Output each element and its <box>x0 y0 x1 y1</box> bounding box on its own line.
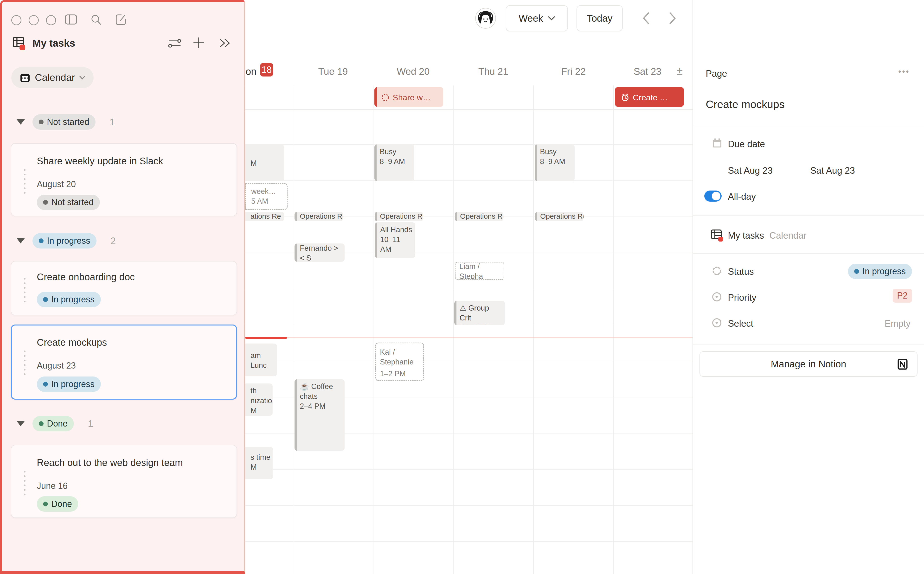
event-line2: nizatio… <box>251 396 270 405</box>
event-operations-wed[interactable]: Operations Re <box>375 212 423 221</box>
sidebar-header: My tasks <box>12 35 75 51</box>
window-close-button[interactable] <box>11 15 21 25</box>
event-time: 5 AM <box>251 196 284 206</box>
event-label: Share w… <box>393 93 431 102</box>
group-label: Not started <box>47 117 89 127</box>
task-card-title: Reach out to the web design team <box>37 457 183 468</box>
event-fernando[interactable]: Fernando >< S <box>295 243 345 262</box>
event-busy-mon-clipped[interactable]: M <box>245 144 284 181</box>
event-liam-stephanie[interactable]: Liam / Stepha <box>455 262 505 280</box>
task-card-onboarding[interactable]: Create onboarding doc In progress <box>11 261 237 315</box>
filter-icon[interactable] <box>168 37 182 51</box>
event-time: 10–11 AM <box>380 235 413 254</box>
status-dot <box>39 120 44 125</box>
group-header-not-started[interactable]: Not started 1 <box>17 114 115 130</box>
day-header-sat[interactable]: Sat 23 <box>628 66 667 77</box>
divider <box>693 215 924 216</box>
collapse-triangle-icon[interactable] <box>17 421 25 426</box>
calendar-ref-row[interactable]: My tasks Calendar <box>728 230 807 241</box>
event-growth-clipped[interactable]: th nizatio… M <box>245 383 273 416</box>
today-button[interactable]: Today <box>577 5 623 31</box>
event-operations-mon-clipped[interactable]: ations Re <box>245 212 284 221</box>
collapse-triangle-icon[interactable] <box>17 119 25 125</box>
event-share-weekly-clipped[interactable]: week… 5 AM <box>245 183 287 210</box>
task-card-date: August 20 <box>37 179 76 189</box>
more-options-button[interactable]: ••• <box>898 67 910 76</box>
event-group-crit[interactable]: ⚠ Group Crit 12–12:45 PM <box>454 301 505 325</box>
drag-handle-icon[interactable] <box>22 349 28 377</box>
calendar-view-icon <box>19 72 30 83</box>
select-value[interactable]: Empty <box>885 319 911 329</box>
event-title: All Hands <box>380 225 413 235</box>
event-title2: chats <box>300 391 342 401</box>
event-label: Operations Re <box>300 212 341 221</box>
event-operations-thu[interactable]: Operations Re <box>455 212 503 221</box>
prev-week-button[interactable] <box>641 11 651 26</box>
priority-value-badge[interactable]: P2 <box>893 289 912 303</box>
add-task-icon[interactable] <box>192 36 206 51</box>
event-kai-stephanie[interactable]: Kai / Stephanie 1–2 PM <box>375 342 424 381</box>
collapse-triangle-icon[interactable] <box>17 238 25 243</box>
event-coffee-chats[interactable]: ☕ Coffee chats 2–4 PM <box>295 379 345 451</box>
window-controls[interactable] <box>11 15 63 26</box>
view-switcher-calendar[interactable]: Calendar <box>11 67 94 88</box>
divider <box>693 125 924 125</box>
event-title: ☕ Coffee <box>300 382 342 391</box>
event-operations-tue[interactable]: Operations Re <box>295 212 343 221</box>
task-card-title: Create mockups <box>37 337 107 348</box>
today-label: Today <box>587 13 613 24</box>
due-date-end[interactable]: Sat Aug 23 <box>810 166 855 176</box>
task-card-share-weekly[interactable]: Share weekly update in Slack August 20 N… <box>11 143 237 216</box>
group-header-done[interactable]: Done 1 <box>17 416 93 431</box>
manage-in-notion-button[interactable]: Manage in Notion <box>700 351 918 377</box>
calendar-week-view: Week Today on 18 Tue 19 Wed 20 Thu 21 Fr… <box>245 0 692 574</box>
all-day-toggle[interactable] <box>704 191 722 202</box>
compose-icon[interactable] <box>114 13 128 27</box>
drag-handle-icon[interactable] <box>22 276 28 304</box>
avatar[interactable] <box>475 8 496 30</box>
day-header-fri[interactable]: Fri 22 <box>554 66 593 77</box>
event-busy-fri[interactable]: Busy 8–9 AM <box>535 144 575 181</box>
toggle-sidebar-icon[interactable] <box>64 13 78 27</box>
event-team-lunch-clipped[interactable]: am Lunc <box>245 344 277 376</box>
expand-all-day-icon[interactable]: ± <box>676 65 683 77</box>
task-card-web-design[interactable]: Reach out to the web design team June 16… <box>11 445 237 518</box>
due-date-start[interactable]: Sat Aug 23 <box>728 166 773 176</box>
day-header-thu[interactable]: Thu 21 <box>474 66 512 77</box>
drag-handle-icon[interactable] <box>22 469 28 497</box>
event-operations-fri[interactable]: Operations Re <box>535 212 583 221</box>
status-dot <box>39 238 44 243</box>
search-icon[interactable] <box>89 13 103 27</box>
event-time: 2–4 PM <box>300 401 342 411</box>
event-line2: M <box>251 462 271 472</box>
group-header-in-progress[interactable]: In progress 2 <box>17 233 116 249</box>
window-zoom-button[interactable] <box>46 15 56 25</box>
priority-icon <box>711 291 722 304</box>
event-title: ⚠ Group Crit <box>460 303 502 323</box>
view-switcher-week[interactable]: Week <box>506 5 568 31</box>
window-minimize-button[interactable] <box>28 15 39 25</box>
event-title2: Stephanie <box>380 357 421 367</box>
event-create-allday[interactable]: Create … <box>615 87 684 107</box>
group-count: 2 <box>110 235 116 246</box>
collapse-panel-icon[interactable] <box>217 37 231 50</box>
status-dot <box>39 421 44 426</box>
event-label: M <box>251 158 282 168</box>
select-icon <box>711 317 722 330</box>
today-date-badge[interactable]: 18 <box>260 63 273 77</box>
day-header-wed[interactable]: Wed 20 <box>394 66 432 77</box>
task-title[interactable]: Create mockups <box>706 98 785 111</box>
status-value-pill[interactable]: In progress <box>848 264 912 279</box>
event-label: Operations Re <box>380 212 421 221</box>
event-all-hands[interactable]: All Hands 10–11 AM <box>375 222 415 258</box>
event-share-weekly-allday[interactable]: Share w… <box>374 87 443 107</box>
event-focus-time-clipped[interactable]: s time M <box>245 447 273 479</box>
day-header-tue[interactable]: Tue 19 <box>314 66 352 77</box>
next-week-button[interactable] <box>668 11 677 26</box>
task-card-create-mockups[interactable]: Create mockups August 23 In progress <box>11 325 237 400</box>
alarm-clock-icon <box>621 93 629 102</box>
event-time: 8–9 AM <box>540 157 572 167</box>
drag-handle-icon[interactable] <box>22 168 28 195</box>
event-busy-wed[interactable]: Busy 8–9 AM <box>374 144 414 181</box>
current-time-line <box>287 337 692 338</box>
